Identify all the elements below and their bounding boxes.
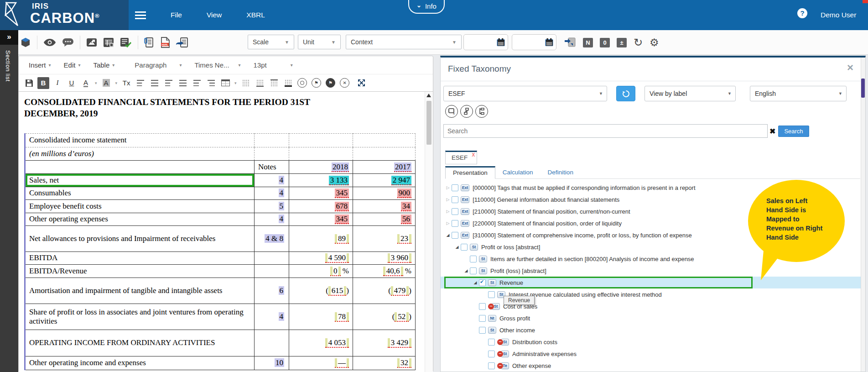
row-label-cell[interactable]: Net allowances to provisions and Impairm… [25, 225, 255, 251]
language-select[interactable]: English [750, 86, 847, 101]
tree-checkbox[interactable] [479, 303, 486, 310]
editor-menu-table[interactable]: Table▾ [88, 59, 119, 71]
value-2017-cell[interactable]: (479) [353, 278, 416, 304]
font-color-button[interactable]: A [83, 79, 88, 87]
row-label-cell[interactable]: EBITDA/Revenue [25, 264, 255, 278]
value-2017-cell[interactable]: 3 960 [353, 251, 416, 264]
save-icon[interactable] [23, 77, 35, 89]
tree-checkbox[interactable] [452, 196, 458, 203]
tree-item-profit-loss-abstract-[interactable]: ◢StProfit (loss) [abstract] [441, 265, 861, 277]
tree-checkbox[interactable] [470, 256, 477, 262]
tree-toggle-icon[interactable]: ▷ [444, 221, 452, 225]
row-notes-cell[interactable]: 4 & 8 [255, 225, 289, 251]
tagged-value[interactable]: 52 [395, 312, 409, 322]
tree-checkbox[interactable] [461, 244, 468, 251]
note-ref[interactable]: 4 [279, 215, 285, 223]
tree-item-label[interactable]: Items are further detailed in section [8… [490, 256, 694, 262]
refresh-taxonomy-button[interactable] [616, 86, 635, 101]
period-end-date-input[interactable] [512, 34, 556, 50]
tree-item-label[interactable]: [220000] Statement of financial position… [473, 220, 622, 227]
tree-item-label[interactable]: Revenue [499, 279, 523, 286]
menu-xbrl[interactable]: XBRL [240, 7, 271, 23]
tree-item-label[interactable]: Distribution costs [512, 339, 557, 346]
tree-item-gross-profit[interactable]: NtGross profit [441, 312, 861, 324]
row-label-cell[interactable]: Amortisation and impairment of tangible … [25, 278, 255, 304]
tree-item-label[interactable]: [000000] Tags that must be applied if co… [473, 184, 695, 191]
note-ref[interactable]: 4 [279, 176, 285, 184]
tree-checkbox[interactable] [452, 208, 458, 215]
tagged-value[interactable]: 78 [335, 312, 349, 322]
row-notes-cell[interactable] [255, 330, 289, 356]
comments-icon[interactable] [62, 38, 74, 47]
help-icon[interactable]: ? [797, 8, 807, 18]
tagged-value[interactable]: 34 [401, 202, 411, 211]
scroll-thumb[interactable] [426, 101, 431, 145]
row-notes-cell[interactable]: 10 [255, 356, 289, 370]
export-image-icon[interactable] [86, 37, 97, 47]
tree-checkbox[interactable] [452, 184, 458, 191]
xbrl-doc-icon[interactable]: XBRL [160, 37, 170, 48]
attach-doc-icon[interactable] [144, 37, 154, 48]
note-ref[interactable]: 5 [279, 202, 285, 210]
value-2017-cell[interactable]: 40,6 % [353, 264, 416, 278]
note-ref[interactable]: 6 [279, 286, 285, 295]
tagged-value[interactable]: 40,6 [383, 267, 403, 276]
tagged-value[interactable]: 4 590 [325, 253, 349, 263]
panel-scroll-thumb[interactable] [861, 79, 865, 98]
align-right-icon[interactable] [163, 77, 175, 89]
tagged-value[interactable]: 0 [330, 267, 341, 276]
value-2018-cell[interactable]: 678 [289, 199, 353, 213]
merge-tag-icon[interactable] [564, 37, 576, 48]
value-2017-cell[interactable]: 3 429 [353, 330, 416, 356]
paragraph-format-select[interactable]: Paragraph▾ [130, 59, 186, 71]
refresh-loop-icon[interactable]: ↻ [634, 37, 643, 48]
tagged-value[interactable]: 345 [335, 215, 349, 224]
user-menu[interactable]: Demo User [821, 11, 856, 19]
tree-view-icon[interactable] [460, 105, 473, 118]
hierarchy-view-icon[interactable] [475, 105, 488, 118]
highlight-color-button[interactable]: A [103, 79, 110, 87]
clear-search-icon[interactable]: ✖ [769, 127, 775, 136]
app-logo[interactable]: IRIS CARBON® [0, 0, 129, 30]
view-by-select[interactable]: View by label [645, 86, 736, 101]
calendar-icon[interactable] [544, 37, 554, 47]
tree-checkbox[interactable] [488, 362, 495, 369]
tree-item-distribution-costs[interactable]: –StDistribution costs [441, 336, 861, 348]
tree-item-other-expense[interactable]: –TeOther expense [441, 360, 861, 372]
context-select[interactable]: Context▼ [346, 35, 462, 49]
value-2017-cell[interactable]: 900 [353, 187, 416, 199]
tagged-value[interactable]: 3 429 [388, 338, 411, 348]
value-2018-cell[interactable]: 4 053 [289, 330, 353, 356]
tree-toggle-icon[interactable]: ▷ [444, 197, 452, 202]
note-ref[interactable]: 4 [279, 312, 285, 321]
tree-toggle-icon[interactable]: ◢ [463, 268, 470, 273]
target-icon[interactable] [296, 77, 308, 89]
hamburger-icon[interactable] [135, 11, 146, 19]
tree-checkbox[interactable] [488, 339, 495, 346]
underline-button[interactable]: U [66, 77, 78, 89]
highlight-color-caret[interactable]: ▾ [115, 81, 118, 85]
section-list-label[interactable]: Section list [5, 50, 11, 82]
panel-scrollbar[interactable] [861, 58, 865, 372]
outdent-icon[interactable] [191, 77, 203, 89]
menu-view[interactable]: View [200, 7, 228, 23]
tagged-value[interactable]: 900 [397, 189, 412, 198]
form-table-icon[interactable] [103, 37, 114, 47]
row-label-cell[interactable]: Sales, net [25, 173, 255, 187]
font-family-select[interactable]: Times Ne...▾ [190, 59, 245, 71]
value-2017-cell[interactable]: 2 947 [353, 173, 416, 187]
row-notes-cell[interactable]: 6 [255, 278, 289, 304]
preview-eye-icon[interactable] [43, 38, 56, 47]
note-ref[interactable]: 4 & 8 [265, 234, 284, 243]
period-start-date-input[interactable] [463, 34, 508, 50]
row-notes-cell[interactable]: 5 [255, 199, 289, 213]
value-2017-cell[interactable]: 32 [353, 356, 416, 370]
clear-formatting-button[interactable]: Tx [120, 77, 132, 89]
table-borders-none-icon[interactable] [240, 77, 252, 89]
value-2018-cell[interactable]: 4 590 [289, 251, 353, 264]
tree-checkbox[interactable] [452, 220, 458, 227]
flag-icon[interactable]: ⚑ [311, 77, 322, 89]
tree-item-label[interactable]: [210000] Statement of financial position… [473, 208, 630, 215]
tagged-value[interactable]: 3 133 [329, 176, 349, 185]
tagged-value[interactable]: 678 [335, 202, 349, 211]
